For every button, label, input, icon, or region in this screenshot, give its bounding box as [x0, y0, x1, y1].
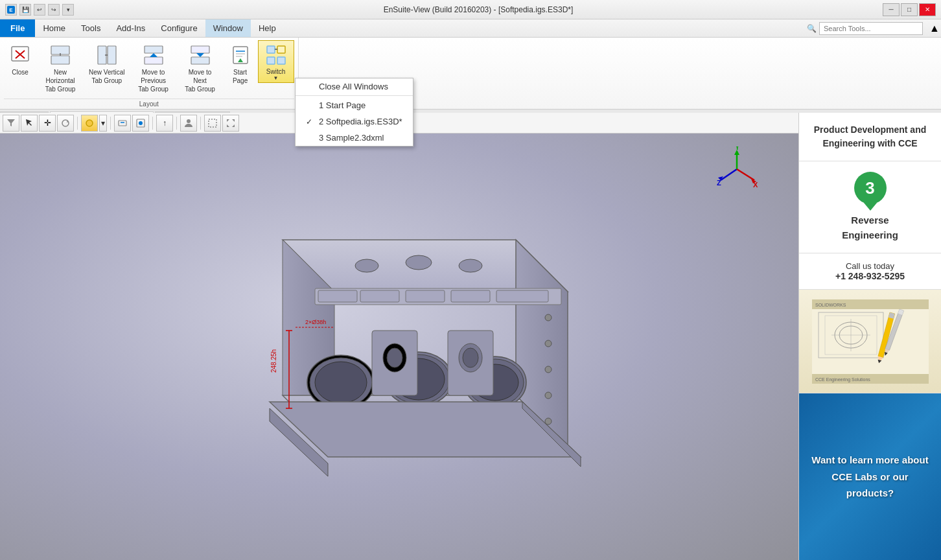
svg-text:CCE Engineering Solutions: CCE Engineering Solutions [815, 377, 870, 382]
sidebar-badge-card: 3 ReverseEngineering [799, 161, 941, 253]
ribbon-move-next-button[interactable]: Move to NextTab Group [178, 40, 223, 97]
svg-point-54 [406, 255, 432, 270]
move-prev-label: Move to PreviousTab Group [135, 68, 172, 93]
layout-group-label: Layout [4, 99, 294, 108]
ribbon: Close New HorizontalTab Group [0, 38, 941, 110]
svg-marker-38 [227, 124, 229, 127]
svg-marker-16 [196, 53, 204, 57]
viewport[interactable]: Z Y X [0, 134, 798, 560]
svg-rect-9 [108, 46, 116, 64]
toolbar-color[interactable] [81, 115, 98, 132]
ribbon-switch-button[interactable]: Switch ▼ [258, 40, 294, 83]
svg-text:E: E [9, 7, 13, 13]
toolbar-move-up[interactable]: ↑ [156, 115, 173, 132]
badge-number: 3 [854, 172, 887, 204]
toolbar-sep5 [200, 117, 201, 130]
qat-more[interactable]: ▾ [62, 4, 74, 16]
ribbon-group-layout: Close New HorizontalTab Group [0, 38, 299, 109]
svg-rect-76 [496, 290, 548, 302]
close-label: Close [12, 68, 29, 76]
svg-text:2×Ø38h: 2×Ø38h [305, 319, 326, 325]
sidebar-ad-image1[interactable]: SOLIDWORKS [799, 290, 941, 393]
svg-rect-75 [451, 290, 490, 302]
search-box: 🔍 [802, 19, 928, 37]
qat-redo[interactable]: ↪ [48, 4, 60, 16]
svg-point-78 [545, 340, 552, 347]
svg-rect-15 [191, 57, 209, 64]
titlebar-controls: ─ □ ✕ [883, 3, 936, 16]
softpedia-check: ✓ [306, 117, 315, 126]
move-prev-icon [142, 43, 165, 67]
search-input[interactable] [819, 22, 923, 35]
new-vertical-icon [95, 43, 119, 67]
toolbar-graph1[interactable] [114, 115, 131, 132]
cce-ad-text: Want to learn more about CCE Labs or our… [807, 452, 933, 502]
ribbon-group-content: Close New HorizontalTab Group [4, 40, 294, 97]
dropdown-close-all[interactable]: Close All Windows [296, 78, 413, 96]
toolbar-graph2[interactable] [132, 115, 149, 132]
ribbon-collapse-button[interactable]: ▲ [928, 19, 941, 37]
close-icon [8, 43, 32, 67]
svg-rect-24 [267, 57, 275, 64]
toolbar-rotate[interactable] [57, 115, 74, 132]
sidebar-ad-image2[interactable]: Want to learn more about CCE Labs or our… [799, 393, 941, 560]
toolbar-user[interactable] [180, 115, 197, 132]
ribbon-close-button[interactable]: Close [4, 40, 36, 80]
toolbar-color-dropdown[interactable]: ▾ [99, 115, 107, 132]
toolbar-fit-all[interactable] [222, 115, 239, 132]
menubar: File Home Tools Add-Ins Configure Window… [0, 19, 941, 38]
svg-rect-73 [360, 290, 399, 302]
dropdown-sample-label: 3 Sample2.3dxml [319, 133, 384, 143]
svg-line-40 [721, 169, 737, 180]
svg-marker-37 [232, 119, 235, 122]
toolbar-select-arrow[interactable] [21, 115, 38, 132]
ribbon-start-page-button[interactable]: StartPage [224, 40, 257, 88]
new-vertical-label: New VerticalTab Group [89, 68, 125, 85]
svg-point-33 [139, 121, 143, 125]
new-horizontal-icon [49, 43, 72, 67]
svg-rect-35 [209, 119, 216, 127]
maximize-button[interactable]: □ [901, 3, 918, 16]
ad-image1-svg: SOLIDWORKS [812, 299, 929, 384]
close-all-label: Close All Windows [319, 82, 388, 91]
right-sidebar: Product Development and Engineering with… [798, 113, 941, 560]
badge-tail [864, 203, 877, 211]
menu-file[interactable]: File [0, 19, 35, 37]
call-label: Call us today [807, 261, 933, 271]
svg-marker-13 [150, 53, 157, 57]
menu-tools[interactable]: Tools [73, 19, 108, 37]
dropdown-start-page-label: 1 Start Page [319, 100, 366, 110]
svg-marker-39 [232, 124, 235, 127]
switch-dropdown-menu: Close All Windows 1 Start Page ✓ 2 Softp… [295, 78, 413, 146]
ribbon-move-prev-button[interactable]: Move to PreviousTab Group [131, 40, 176, 97]
menu-configure[interactable]: Configure [153, 19, 205, 37]
start-page-icon [229, 43, 252, 67]
dropdown-softpedia[interactable]: ✓ 2 Softpedia.igs.ES3D* [296, 113, 413, 130]
menu-help[interactable]: Help [251, 19, 284, 37]
toolbar-select-filter[interactable] [3, 115, 19, 132]
dropdown-start-page[interactable]: 1 Start Page [296, 97, 413, 113]
minimize-button[interactable]: ─ [883, 3, 900, 16]
switch-dropdown-arrow[interactable]: ▼ [273, 76, 279, 81]
ribbon-new-vertical-button[interactable]: New VerticalTab Group [84, 40, 130, 88]
dropdown-sample[interactable]: 3 Sample2.3dxml [296, 130, 413, 146]
menu-home[interactable]: Home [35, 19, 73, 37]
svg-point-70 [463, 348, 478, 368]
svg-point-67 [387, 348, 402, 368]
new-horizontal-label: New HorizontalTab Group [42, 68, 78, 93]
qat-save[interactable]: 💾 [19, 4, 31, 16]
qat-undo[interactable]: ↩ [34, 4, 45, 16]
axis-indicator: Z Y X [714, 146, 760, 192]
svg-text:248.25h: 248.25h [270, 349, 277, 373]
menu-window[interactable]: Window [205, 19, 251, 37]
svg-point-53 [355, 259, 378, 272]
titlebar: E 💾 ↩ ↪ ▾ EnSuite-View (Build 20160203) … [0, 0, 941, 19]
toolbar-box-select[interactable] [204, 115, 221, 132]
close-window-button[interactable]: ✕ [919, 3, 936, 16]
menu-addins[interactable]: Add-Ins [108, 19, 153, 37]
start-page-label: StartPage [233, 68, 248, 85]
app-icon: E [5, 4, 17, 16]
toolbar-move[interactable]: ✛ [39, 115, 56, 132]
ribbon-new-horizontal-button[interactable]: New HorizontalTab Group [38, 40, 83, 97]
svg-text:X: X [753, 181, 758, 189]
